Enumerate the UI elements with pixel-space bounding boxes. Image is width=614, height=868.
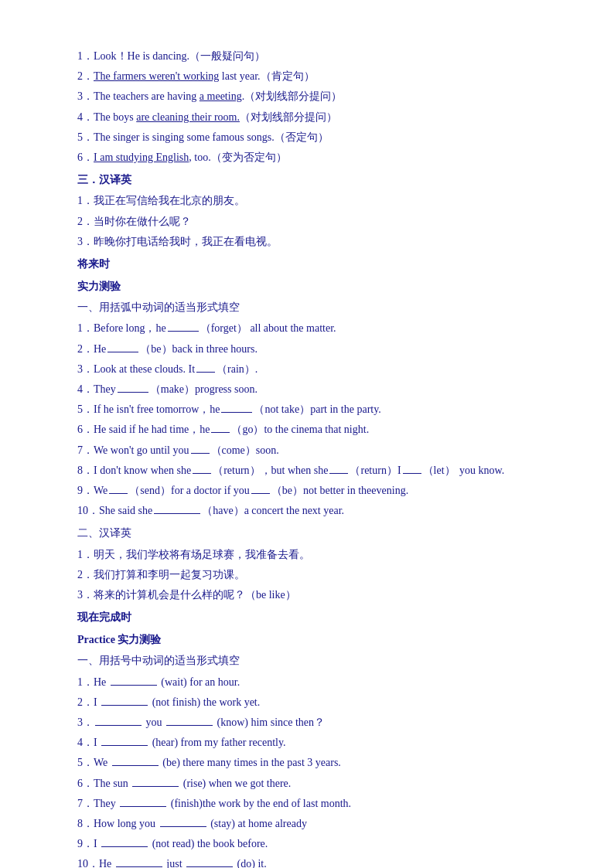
pp-3: 3． you (know) him since then？ xyxy=(77,713,537,732)
title-han-yi-ying-1: 三．汉译英 xyxy=(77,170,537,189)
title-han-yi-ying-2: 二、汉译英 xyxy=(77,523,537,543)
future-5: 5．If he isn't free tomorrow，he（not take）… xyxy=(77,400,537,419)
future-3: 3．Look at these clouds. It（rain）. xyxy=(77,359,537,379)
hye1-1: 1．我正在写信给我在北京的朋友。 xyxy=(77,191,537,210)
pp-9: 9．I (not read) the book before. xyxy=(77,834,537,853)
future-9: 9．We（send）for a doctor if you（be）not bet… xyxy=(77,481,537,500)
pp-1: 1．He (wait) for an hour. xyxy=(77,672,537,692)
future-1: 1．Before long，he（forget） all about the m… xyxy=(77,318,537,338)
future-7: 7．We won't go until you（come）soon. xyxy=(77,441,537,460)
future-2: 2．He（be）back in three hours. xyxy=(77,339,537,359)
future-6: 6．He said if he had time，he（go）to the ci… xyxy=(77,420,537,439)
hye1-2: 2．当时你在做什么呢？ xyxy=(77,212,537,231)
line-3: 3．The teachers are having a meeting.（对划线… xyxy=(77,87,537,106)
pp-10: 10．He just (do) it. xyxy=(77,854,537,868)
pp-7: 7．They (finish)the work by the end of la… xyxy=(77,794,537,813)
pp-5: 5．We (be) there many times in the past 3… xyxy=(77,753,537,772)
page-content: 1．Look！He is dancing.（一般疑问句） 2．The farme… xyxy=(77,46,537,868)
title-present-perfect: 现在完成时 xyxy=(77,608,537,627)
section-chinese-to-english-1: 三．汉译英 1．我正在写信给我在北京的朋友。 2．当时你在做什么呢？ 3．昨晚你… xyxy=(77,170,537,251)
hye2-1: 1．明天，我们学校将有场足球赛，我准备去看。 xyxy=(77,545,537,564)
title-practice-1: 实力测验 xyxy=(77,277,537,296)
pp-4: 4．I (hear) from my father recently. xyxy=(77,733,537,752)
line-2: 2．The farmers weren't working last year.… xyxy=(77,66,537,86)
title-practice-2: Practice 实力测验 xyxy=(77,630,537,649)
pp-8: 8．How long you (stay) at home already xyxy=(77,814,537,833)
hye1-3: 3．昨晚你打电话给我时，我正在看电视。 xyxy=(77,232,537,251)
title-fill-future: 一、用括弧中动词的适当形式填空 xyxy=(77,298,537,317)
future-10: 10．She said she（have）a concert the next … xyxy=(77,501,537,520)
line-4: 4．The boys are cleaning their room.（对划线部… xyxy=(77,107,537,127)
hye2-2: 2．我们打算和李明一起复习功课。 xyxy=(77,565,537,584)
section-present-perfect-header: 现在完成时 Practice 实力测验 一、用括号中动词的适当形式填空 xyxy=(77,608,537,671)
title-fill-pp: 一、用括号中动词的适当形式填空 xyxy=(77,651,537,670)
future-8: 8．I don't know when she（return），but when… xyxy=(77,461,537,480)
section-fill-pp: 1．He (wait) for an hour. 2．I (not finish… xyxy=(77,672,537,868)
section-fill-future: 1．Before long，he（forget） all about the m… xyxy=(77,318,537,520)
line-1: 1．Look！He is dancing.（一般疑问句） xyxy=(77,46,537,66)
pp-6: 6．The sun (rise) when we got there. xyxy=(77,774,537,793)
hye2-3: 3．将来的计算机会是什么样的呢？（be like） xyxy=(77,585,537,604)
line-6: 6．I am studying English, too.（变为否定句） xyxy=(77,148,537,167)
pp-2: 2．I (not finish) the work yet. xyxy=(77,693,537,712)
section-chinese-to-english-2: 二、汉译英 1．明天，我们学校将有场足球赛，我准备去看。 2．我们打算和李明一起… xyxy=(77,523,537,604)
line-5: 5．The singer is singing some famous song… xyxy=(77,128,537,147)
future-4: 4．They（make）progress soon. xyxy=(77,380,537,399)
section-transform: 1．Look！He is dancing.（一般疑问句） 2．The farme… xyxy=(77,46,537,167)
title-future: 将来时 xyxy=(77,254,537,274)
section-future-header: 将来时 实力测验 一、用括弧中动词的适当形式填空 xyxy=(77,254,537,318)
